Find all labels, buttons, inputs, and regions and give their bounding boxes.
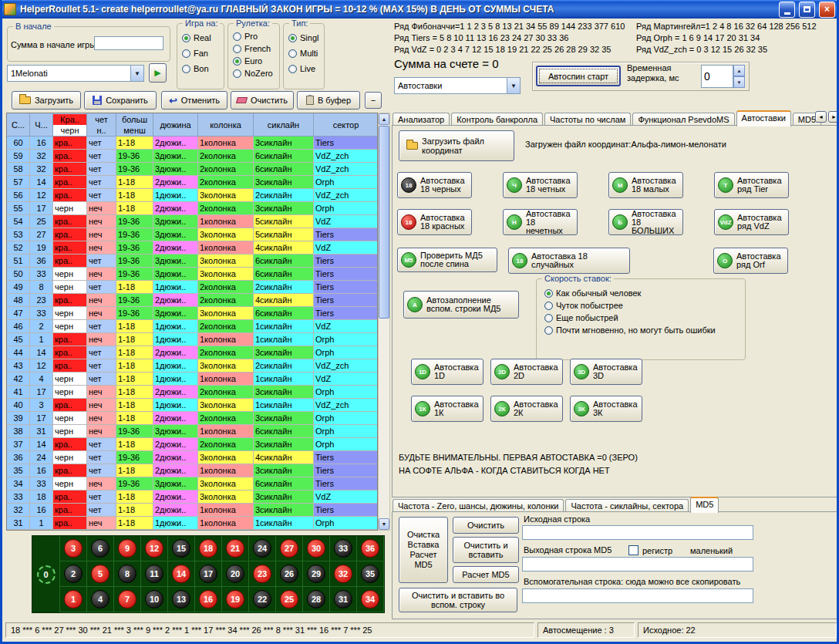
bet-1d-button[interactable]: 1DАвтоставка 1D <box>411 359 484 385</box>
table-row[interactable]: 3216кра..чет1-182дюжи..1колонка3сиклайнT… <box>7 504 377 517</box>
bet-3k-button[interactable]: 3КАвтоставка 3К <box>570 396 642 422</box>
board-number-36[interactable]: 36 <box>357 536 384 561</box>
table-row[interactable]: 3516кра..чет1-182дюжи..1колонка3сиклайнT… <box>7 464 377 477</box>
table-row[interactable]: 4823кра..неч19-362дюжи..2колонка4сиклайн… <box>7 294 377 307</box>
board-number-22[interactable]: 22 <box>249 587 276 612</box>
table-row[interactable]: 5612кра..чет1-181дюжи..3колонка2сиклайнV… <box>7 189 377 202</box>
table-row[interactable]: 4733черннеч19-363дюжи..3колонка6сиклайнT… <box>7 307 377 320</box>
table-header-cell[interactable]: дюжина <box>153 113 198 137</box>
table-row[interactable]: 5327кра..неч19-363дюжи..3колонка5сиклайн… <box>7 228 377 241</box>
table-header-cell[interactable]: большменш <box>116 113 153 137</box>
undo-button[interactable]: ↩Отменить <box>161 91 227 110</box>
close-button[interactable]: × <box>819 2 835 18</box>
start-sum-input[interactable] <box>94 36 163 50</box>
board-number-6[interactable]: 6 <box>87 536 114 561</box>
table-row[interactable]: 4414кра..чет1-182дюжи..2колонка3сиклайнO… <box>7 346 377 359</box>
bet-2k-button[interactable]: 2КАвтоставка 2К <box>490 396 563 422</box>
table-header-cell[interactable]: Кра..черн <box>53 113 87 137</box>
board-number-5[interactable]: 5 <box>87 561 114 587</box>
board-number-31[interactable]: 31 <box>330 587 357 612</box>
md5-calc-button[interactable]: Расчет MD5 <box>453 566 519 583</box>
board-number-0[interactable]: 0 <box>32 536 60 612</box>
tab-scroll-left-icon[interactable]: ◄ <box>815 111 827 123</box>
mode-dropdown[interactable]: Автоставки ▼ <box>394 77 521 94</box>
board-number-14[interactable]: 14 <box>168 561 195 587</box>
table-header-cell[interactable]: сектор <box>314 113 378 137</box>
bet-tier-button[interactable]: ТАвтоставка ряд Tier <box>714 172 789 198</box>
md5-clear-button[interactable]: Очистить <box>453 517 519 534</box>
board-number-25[interactable]: 25 <box>276 587 303 612</box>
bet-18-even-button[interactable]: ЧАвтоставка 18 четных <box>503 172 578 198</box>
md5-big-button[interactable]: Очистка Вставка Расчет MD5 <box>399 517 448 583</box>
board-number-26[interactable]: 26 <box>276 561 303 587</box>
board-number-8[interactable]: 8 <box>114 561 141 587</box>
board-number-23[interactable]: 23 <box>249 561 276 587</box>
table-row[interactable]: 4312кра..чет1-181дюжи..3колонка2сиклайнV… <box>7 359 377 373</box>
radio-game-1[interactable]: Fan <box>182 49 211 58</box>
board-number-35[interactable]: 35 <box>357 561 384 587</box>
table-row[interactable]: 3433черннеч19-363дюжи..3колонка6сиклайнT… <box>7 477 377 491</box>
chevron-down-icon[interactable]: ▼ <box>507 78 520 93</box>
table-row[interactable]: 424чернчет1-181дюжи..1колонка1сиклайнVdZ <box>7 373 377 386</box>
table-header-cell[interactable]: колонка <box>198 113 254 137</box>
bet-vdz-button[interactable]: VdZАвтоставка ряд VdZ <box>714 209 789 235</box>
table-row[interactable]: 5932кра..чет19-363дюжи..2колонка6сиклайн… <box>7 150 377 163</box>
board-number-24[interactable]: 24 <box>249 536 276 561</box>
radio-speed-3[interactable]: Почти мгновенно, но могут быть ошибки <box>544 325 716 335</box>
board-number-13[interactable]: 13 <box>168 587 195 612</box>
chevron-down-icon[interactable]: ▼ <box>130 66 143 81</box>
board-number-33[interactable]: 33 <box>330 536 357 561</box>
scroll-thumb[interactable] <box>379 126 389 319</box>
radio-roulette-2[interactable]: Euro <box>233 56 273 66</box>
table-row[interactable]: 462чернчет1-181дюжи..2колонка1сиклайнVdZ <box>7 320 377 333</box>
table-row[interactable]: 5136кра..чет19-363дюжи..3колонка6сиклайн… <box>7 255 377 268</box>
table-row[interactable]: 5033черннеч19-363дюжи..3колонка6сиклайнT… <box>7 268 377 281</box>
scroll-down-icon[interactable]: ▼ <box>379 518 389 530</box>
radio-game-0[interactable]: Real <box>182 33 211 42</box>
table-row[interactable]: 403кра..неч1-181дюжи..3колонка1сиклайнVd… <box>7 399 377 412</box>
bet-2d-button[interactable]: 2DАвтоставка 2D <box>490 359 563 385</box>
board-number-4[interactable]: 4 <box>87 587 114 612</box>
buffer-button[interactable]: В буфер <box>297 91 360 110</box>
check-md5-button[interactable]: М5Проверить МД5 после спина <box>397 248 497 272</box>
table-row[interactable]: 451кра..неч1-181дюжи..1колонка1сиклайнOr… <box>7 333 377 346</box>
table-row[interactable]: 5425кра..неч19-363дюжи..1колонка5сиклайн… <box>7 215 377 228</box>
bet-3d-button[interactable]: 3DАвтоставка 3D <box>570 359 642 385</box>
spin-up-icon[interactable]: ▲ <box>733 65 745 76</box>
table-header-cell[interactable]: Ч... <box>30 113 53 137</box>
board-number-10[interactable]: 10 <box>141 587 168 612</box>
bet-18-red-button[interactable]: 18Автоставка 18 красных <box>397 209 472 235</box>
board-number-19[interactable]: 19 <box>222 587 249 612</box>
table-row[interactable]: 5714кра..чет1-182дюжи..2колонка3сиклайнO… <box>7 176 377 189</box>
radio-roulette-1[interactable]: French <box>233 44 273 53</box>
tab-scroll-right-icon[interactable]: ► <box>828 111 839 123</box>
radio-type-0[interactable]: Singl <box>288 33 318 42</box>
board-number-11[interactable]: 11 <box>141 561 168 587</box>
board-number-12[interactable]: 12 <box>141 536 168 561</box>
radio-game-2[interactable]: Bon <box>182 64 211 73</box>
table-row[interactable]: 5517черннеч1-182дюжи..2колонка3сиклайнOr… <box>7 202 377 215</box>
table-scrollbar[interactable]: ▲ ▼ <box>378 113 390 531</box>
board-number-21[interactable]: 21 <box>222 536 249 561</box>
radio-speed-1[interactable]: Чуток побыстрее <box>544 301 716 310</box>
table-row[interactable]: 3714кра..чет1-182дюжи..2колонка3сиклайнO… <box>7 438 377 451</box>
board-number-3[interactable]: 3 <box>60 536 87 561</box>
bet-18-low-button[interactable]: МАвтоставка 18 малых <box>608 172 683 198</box>
board-number-27[interactable]: 27 <box>276 536 303 561</box>
board-number-9[interactable]: 9 <box>114 536 141 561</box>
load-button[interactable]: Загрузить <box>12 91 81 110</box>
radio-roulette-3[interactable]: NoZero <box>233 69 273 78</box>
md5-clear-paste-aux-button[interactable]: Очистить и вставить во вспом. строку <box>399 588 517 612</box>
board-number-32[interactable]: 32 <box>330 561 357 587</box>
table-row[interactable]: 3831черннеч19-363дюжи..1колонка6сиклайнO… <box>7 425 377 438</box>
collapse-button[interactable]: − <box>365 92 382 109</box>
board-number-20[interactable]: 20 <box>222 561 249 587</box>
md5-source-input[interactable] <box>522 525 753 540</box>
autospin-start-button[interactable]: Автоспин старт <box>536 66 621 86</box>
board-number-30[interactable]: 30 <box>303 536 330 561</box>
table-row[interactable]: 4117черннеч1-182дюжи..2колонка3сиклайнOr… <box>7 386 377 399</box>
load-coords-button[interactable]: Загрузить файл координат <box>399 130 514 161</box>
delay-input[interactable] <box>701 65 733 88</box>
table-row[interactable]: 3917черннеч1-182дюжи..2колонка3сиклайнOr… <box>7 412 377 425</box>
md5-clear-paste-button[interactable]: Очистить и вставить <box>453 537 519 563</box>
